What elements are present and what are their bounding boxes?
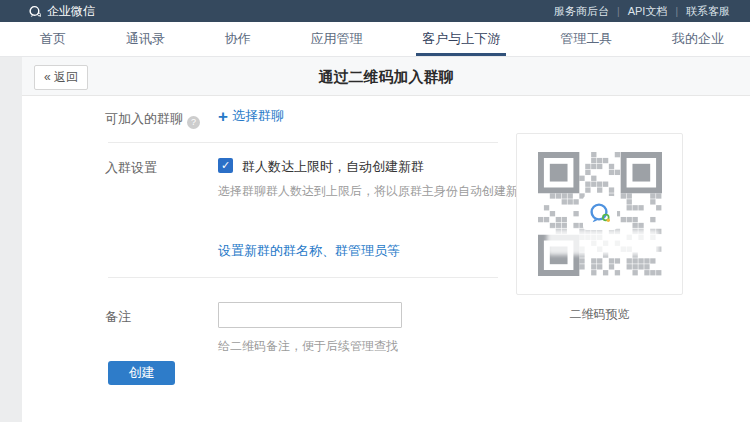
section-divider <box>108 277 498 278</box>
auto-create-group-checkbox-label[interactable]: 群人数达上限时，自动创建新群 <box>242 158 424 176</box>
qr-blur-overlay <box>547 230 659 255</box>
main-area: « 返回 通过二维码加入群聊 可加入的群聊? + 选择群聊 入群设置 ✓ 群人数… <box>0 57 750 422</box>
brand: 企业微信 <box>28 3 95 20</box>
page-title: 通过二维码加入群聊 <box>22 57 750 96</box>
joinable-group-label: 可加入的群聊 <box>105 111 183 126</box>
new-group-settings-link[interactable]: 设置新群的群名称、群管理员等 <box>218 242 400 260</box>
tab-my-company[interactable]: 我的企业 <box>672 22 724 56</box>
panel-header: « 返回 通过二维码加入群聊 <box>22 57 750 96</box>
provider-console-link[interactable]: 服务商后台 <box>546 4 617 19</box>
tab-app-management[interactable]: 应用管理 <box>310 22 362 56</box>
plus-icon: + <box>218 108 228 125</box>
main-nav: 首页 通讯录 协作 应用管理 客户与上下游 管理工具 我的企业 <box>0 22 750 57</box>
wework-qr-center-logo-icon <box>583 196 617 230</box>
brand-name: 企业微信 <box>47 3 95 20</box>
tab-collaboration[interactable]: 协作 <box>225 22 251 56</box>
tab-contacts[interactable]: 通讯录 <box>126 22 165 56</box>
create-button[interactable]: 创建 <box>108 361 175 385</box>
topbar: 企业微信 服务商后台 | API文档 | 联系客服 <box>0 0 750 22</box>
joinable-group-label-row: 可加入的群聊? <box>105 110 200 129</box>
wework-logo-icon <box>28 5 42 18</box>
remark-hint: 给二维码备注，便于后续管理查找 <box>218 338 398 355</box>
remark-input[interactable] <box>218 302 402 328</box>
api-docs-link[interactable]: API文档 <box>620 4 676 19</box>
topbar-links: 服务商后台 | API文档 | 联系客服 <box>546 4 738 19</box>
info-icon[interactable]: ? <box>187 116 200 129</box>
auto-create-group-checkbox[interactable]: ✓ <box>218 158 233 173</box>
qr-preview-card <box>516 133 683 295</box>
qr-preview-caption: 二维码预览 <box>516 306 683 323</box>
tab-home[interactable]: 首页 <box>40 22 66 56</box>
select-group-link[interactable]: + 选择群聊 <box>218 107 284 125</box>
join-settings-label: 入群设置 <box>105 159 157 177</box>
tab-management-tools[interactable]: 管理工具 <box>560 22 612 56</box>
section-divider <box>108 142 498 143</box>
remark-label: 备注 <box>105 308 131 326</box>
select-group-label: 选择群聊 <box>232 107 284 125</box>
contact-support-link[interactable]: 联系客服 <box>678 4 738 19</box>
tab-customers-upstream-downstream[interactable]: 客户与上下游 <box>422 22 500 56</box>
content-panel: « 返回 通过二维码加入群聊 可加入的群聊? + 选择群聊 入群设置 ✓ 群人数… <box>22 57 750 422</box>
auto-create-group-hint: 选择群聊群人数达到上限后，将以原群主身份自动创建新群 <box>218 183 530 200</box>
